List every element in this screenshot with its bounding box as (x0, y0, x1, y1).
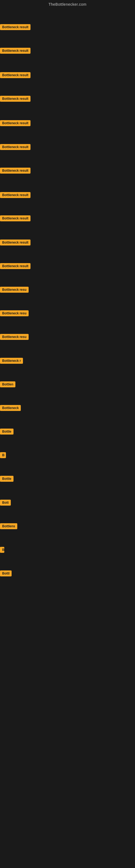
bottleneck-result-label: Bottleneck result (0, 48, 31, 54)
bottleneck-result-label: Bottleneck result (0, 192, 31, 198)
bottleneck-result-item-20[interactable]: Bottle (0, 476, 13, 483)
bottleneck-result-item-21[interactable]: Bott (0, 500, 11, 507)
bottleneck-result-item-23[interactable]: B (0, 547, 4, 554)
bottleneck-result-label: Bottleneck resu (0, 310, 29, 316)
bottleneck-result-label: Bottlens (0, 523, 17, 529)
bottleneck-result-label: Bott (0, 500, 11, 506)
bottleneck-result-label: Bottleneck resu (0, 287, 29, 293)
bottleneck-result-label: B (0, 547, 4, 553)
bottleneck-result-item-15[interactable]: Bottleneck r (0, 358, 23, 365)
bottleneck-result-label: Bottleneck r (0, 358, 23, 364)
bottleneck-result-item-14[interactable]: Bottleneck resu (0, 334, 29, 341)
bottleneck-result-item-9[interactable]: Bottleneck result (0, 215, 31, 222)
bottleneck-result-label: Bottleneck result (0, 240, 31, 246)
bottleneck-result-item-8[interactable]: Bottleneck result (0, 192, 31, 199)
bottleneck-result-label: Bottleneck result (0, 263, 31, 269)
bottleneck-result-item-13[interactable]: Bottleneck resu (0, 310, 29, 317)
bottleneck-result-label: Bottleneck result (0, 120, 31, 126)
bottleneck-result-label: Bottleneck result (0, 167, 31, 174)
bottleneck-result-item-24[interactable]: Bottl (0, 570, 12, 578)
bottleneck-result-label: Bottleneck result (0, 72, 31, 78)
bottleneck-result-label: Bottleneck result (0, 24, 31, 30)
bottleneck-result-label: Bottleneck (0, 405, 21, 411)
bottleneck-result-label: Bottleneck result (0, 215, 31, 221)
bottleneck-result-label: Bottleneck result (0, 96, 31, 102)
bottleneck-result-item-4[interactable]: Bottleneck result (0, 96, 31, 103)
bottleneck-result-label: Bottl (0, 570, 12, 577)
bottleneck-result-item-11[interactable]: Bottleneck result (0, 263, 31, 270)
bottleneck-result-item-6[interactable]: Bottleneck result (0, 144, 31, 151)
bottleneck-result-label: Bottleneck resu (0, 334, 29, 340)
bottleneck-result-item-3[interactable]: Bottleneck result (0, 72, 31, 79)
bottleneck-result-item-19[interactable]: B (0, 452, 6, 459)
bottleneck-result-item-16[interactable]: Bottlen (0, 381, 15, 389)
bottleneck-result-label: Bottle (0, 429, 13, 435)
bottleneck-result-label: Bottlen (0, 381, 15, 388)
site-title: TheBottlenecker.com (0, 0, 135, 9)
bottleneck-result-item-22[interactable]: Bottlens (0, 523, 17, 530)
bottleneck-result-item-12[interactable]: Bottleneck resu (0, 287, 29, 294)
bottleneck-result-item-10[interactable]: Bottleneck result (0, 240, 31, 247)
bottleneck-result-item-5[interactable]: Bottleneck result (0, 120, 31, 127)
bottleneck-result-item-7[interactable]: Bottleneck result (0, 167, 31, 175)
bottleneck-result-label: Bottleneck result (0, 144, 31, 150)
bottleneck-result-item-17[interactable]: Bottleneck (0, 405, 21, 412)
bottleneck-result-label: B (0, 452, 6, 458)
bottleneck-result-item-1[interactable]: Bottleneck result (0, 24, 31, 31)
bottleneck-result-label: Bottle (0, 476, 13, 482)
bottleneck-result-item-18[interactable]: Bottle (0, 429, 13, 436)
bottleneck-result-item-2[interactable]: Bottleneck result (0, 48, 31, 55)
